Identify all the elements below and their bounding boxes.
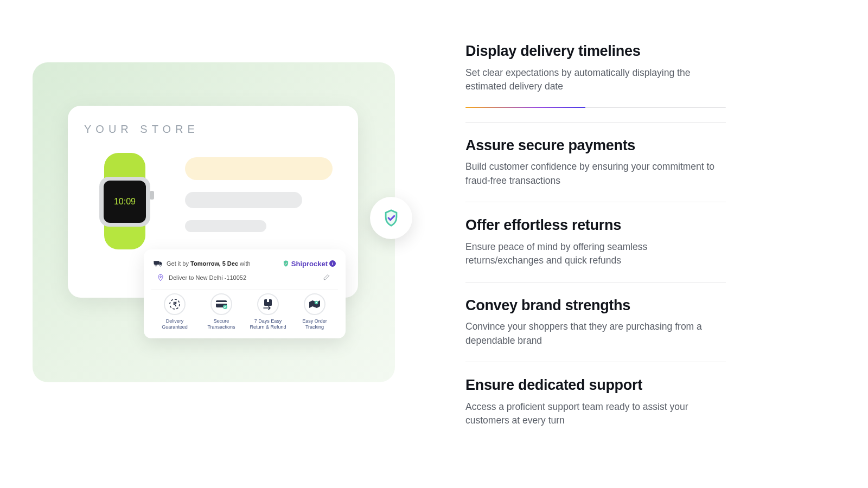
feature-title: Display delivery timelines: [465, 42, 726, 61]
feature-title: Assure secure payments: [465, 137, 726, 155]
feature-title: Convey brand strengths: [465, 297, 726, 315]
placeholder-lines: [185, 155, 342, 232]
feature-title: Ensure dedicated support: [465, 376, 726, 395]
feature-desc: Ensure peace of mind by offering seamles…: [465, 240, 726, 268]
rupee-refresh-icon: ₹: [164, 293, 186, 315]
trust-badge-icon: [370, 197, 412, 239]
badge-label: Secure Transactions: [200, 318, 243, 331]
svg-text:₹: ₹: [173, 301, 177, 307]
info-icon[interactable]: i: [329, 260, 336, 267]
svg-rect-0: [154, 261, 159, 265]
edit-address-icon[interactable]: [323, 273, 330, 282]
svg-point-2: [159, 265, 161, 266]
feature-item-effortless-returns[interactable]: Offer effortless returns Ensure peace of…: [465, 202, 726, 282]
badge-label: 7 Days Easy Return & Refund: [246, 318, 290, 331]
placeholder-line: [185, 220, 266, 232]
feature-desc: Set clear expectations by automatically …: [465, 66, 726, 94]
svg-point-1: [155, 265, 157, 266]
showcase-panel: YOUR STORE 10:09: [33, 62, 395, 382]
product-image: 10:09: [84, 155, 165, 247]
location-pin-icon: [157, 274, 164, 281]
feature-progress-bar: [465, 107, 726, 108]
badge-label: Delivery Guaranteed: [153, 318, 196, 331]
badge-label: Easy Order Tracking: [293, 318, 336, 331]
delivery-truck-icon: [154, 259, 163, 268]
delivery-badge: ₹ Delivery Guaranteed: [153, 293, 196, 331]
feature-desc: Access a proficient support team ready t…: [465, 400, 726, 428]
feature-list: Display delivery timelines Set clear exp…: [465, 33, 726, 442]
delivery-badge: Easy Order Tracking: [293, 293, 336, 331]
feature-desc: Build customer confidence by ensuring yo…: [465, 160, 726, 188]
feature-title: Offer effortless returns: [465, 216, 726, 235]
feature-desc: Convince your shoppers that they are pur…: [465, 320, 726, 348]
feature-item-brand-strengths[interactable]: Convey brand strengths Convince your sho…: [465, 282, 726, 363]
placeholder-line: [185, 157, 333, 180]
svg-point-3: [160, 276, 162, 278]
feature-item-dedicated-support[interactable]: Ensure dedicated support Access a profic…: [465, 362, 726, 442]
svg-point-12: [316, 302, 317, 303]
delivery-widget: Get it by Tomorrow, 5 Dec with Shiprocke…: [144, 249, 346, 338]
placeholder-line: [185, 192, 302, 208]
getit-text: Get it by Tomorrow, 5 Dec with: [167, 260, 251, 267]
box-return-icon: [257, 293, 279, 315]
watch-time: 10:09: [114, 197, 136, 207]
svg-rect-7: [216, 302, 227, 304]
feature-item-secure-payments[interactable]: Assure secure payments Build customer co…: [465, 123, 726, 203]
store-title: YOUR STORE: [84, 123, 342, 136]
shiprocket-brand: Shiprocket i: [282, 260, 336, 268]
svg-rect-10: [267, 299, 269, 302]
delivery-badge: 7 Days Easy Return & Refund: [246, 293, 290, 331]
feature-item-delivery-timelines[interactable]: Display delivery timelines Set clear exp…: [465, 42, 726, 123]
delivery-address: Deliver to New Delhi -110052: [169, 274, 246, 281]
map-pin-icon: [304, 293, 326, 315]
card-check-icon: [210, 293, 232, 315]
delivery-badge: Secure Transactions: [200, 293, 243, 331]
